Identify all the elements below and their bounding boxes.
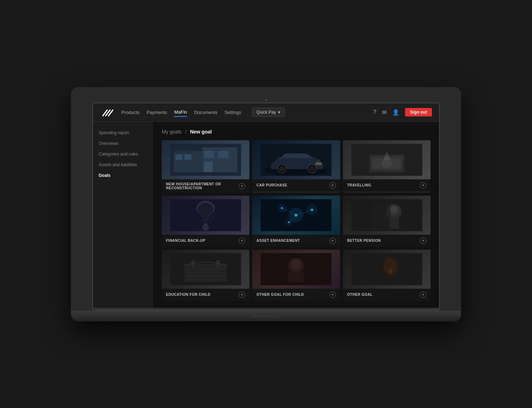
goal-label-4: Asset Enhancement	[256, 239, 300, 243]
svg-rect-8	[184, 154, 192, 160]
svg-rect-59	[216, 260, 220, 267]
content-area: Spending report Overviews Categories and…	[93, 122, 439, 308]
svg-rect-51	[372, 203, 390, 231]
goal-card-6[interactable]: Education For Child+	[162, 250, 249, 301]
goal-add-icon-6[interactable]: +	[239, 292, 245, 298]
nav-settings[interactable]: Settings	[225, 108, 241, 116]
svg-point-25	[381, 159, 392, 168]
top-navigation: Products Payments MaFin Documents Settin…	[93, 103, 439, 122]
help-icon[interactable]: ?	[373, 109, 376, 115]
main-content: My goals / New goal New House/Apartment …	[153, 122, 439, 308]
svg-point-45	[288, 221, 290, 223]
goal-add-icon-3[interactable]: +	[239, 238, 245, 244]
svg-point-42	[295, 214, 298, 217]
goal-label-3: Financial Back-Up	[166, 239, 205, 243]
chevron-down-icon: ▾	[278, 110, 280, 115]
svg-rect-20	[317, 159, 320, 162]
svg-rect-69	[388, 275, 393, 279]
breadcrumb: My goals / New goal	[162, 129, 431, 135]
goal-card-0[interactable]: New House/Apartment or Reconstruction+	[162, 140, 249, 193]
goal-card-4[interactable]: Asset Enhancement+	[252, 196, 340, 247]
svg-rect-58	[192, 260, 195, 267]
nav-icon-group: ? ✉ 👤 Sign out	[373, 108, 432, 116]
sidebar: Spending report Overviews Categories and…	[93, 122, 153, 308]
goal-add-icon-5[interactable]: +	[420, 238, 426, 244]
breadcrumb-parent[interactable]: My goals	[162, 129, 182, 135]
goal-card-8[interactable]: Other Goal+	[343, 250, 431, 301]
goal-add-icon-7[interactable]: +	[329, 292, 336, 298]
laptop-screen: Products Payments MaFin Documents Settin…	[92, 103, 440, 311]
svg-point-73	[388, 268, 392, 274]
goal-label-7: Other Goal For Child	[256, 293, 304, 297]
goal-label-1: Car Purchase	[256, 183, 287, 187]
goal-add-icon-4[interactable]: +	[329, 238, 336, 244]
user-icon[interactable]: 👤	[392, 109, 399, 116]
goal-add-icon-2[interactable]: +	[420, 182, 426, 189]
laptop-base	[71, 311, 461, 321]
goal-label-5: Better Pension	[347, 239, 381, 243]
goal-label-0: New House/Apartment or Reconstruction	[166, 182, 239, 190]
nav-mafin[interactable]: MaFin	[174, 108, 187, 117]
svg-rect-5	[174, 151, 202, 172]
svg-rect-19	[316, 162, 322, 165]
nav-payments[interactable]: Payments	[146, 108, 167, 116]
goal-label-8: Other Goal	[347, 293, 373, 297]
nav-documents[interactable]: Documents	[194, 108, 217, 116]
sidebar-item-goals[interactable]: Goals	[93, 170, 153, 181]
sidebar-item-categories[interactable]: Categories and rules	[93, 149, 153, 159]
nav-links: Products Payments MaFin Documents Settin…	[121, 108, 373, 117]
svg-point-49	[390, 206, 397, 213]
laptop-frame: Products Payments MaFin Documents Settin…	[71, 87, 461, 321]
nav-products[interactable]: Products	[121, 108, 139, 116]
svg-point-43	[281, 207, 283, 209]
goal-label-2: Travelling	[347, 183, 371, 187]
breadcrumb-separator: /	[185, 129, 187, 135]
goal-card-5[interactable]: Better Pension+	[343, 196, 431, 247]
breadcrumb-current: New goal	[190, 129, 212, 135]
sidebar-item-overviews[interactable]: Overviews	[93, 138, 153, 149]
quick-pay-button[interactable]: Quick Pay ▾	[252, 108, 285, 117]
svg-rect-10	[218, 151, 229, 158]
mail-icon[interactable]: ✉	[382, 109, 387, 116]
goal-add-icon-1[interactable]: +	[329, 182, 336, 189]
svg-rect-64	[288, 271, 304, 283]
svg-rect-9	[204, 151, 215, 158]
svg-point-44	[311, 208, 313, 211]
app: Products Payments MaFin Documents Settin…	[93, 103, 439, 308]
svg-rect-11	[204, 162, 213, 172]
laptop-notch	[252, 315, 280, 317]
goal-card-2[interactable]: Travelling+	[343, 140, 431, 193]
goal-add-icon-0[interactable]: +	[239, 183, 245, 189]
goal-card-3[interactable]: Financial Back-Up+	[162, 196, 249, 247]
goal-card-7[interactable]: Other Goal For Child+	[252, 250, 340, 301]
svg-rect-50	[389, 216, 399, 229]
svg-point-18	[310, 167, 314, 171]
logo[interactable]	[100, 106, 113, 119]
goal-label-6: Education For Child	[166, 293, 210, 297]
svg-rect-7	[176, 154, 183, 160]
goal-add-icon-8[interactable]: +	[420, 292, 426, 298]
svg-point-28	[198, 203, 214, 215]
svg-point-63	[293, 260, 299, 266]
sidebar-item-spending-report[interactable]: Spending report	[93, 127, 153, 138]
sidebar-item-assets[interactable]: Assets and liabilities	[93, 159, 153, 170]
screen-bottom-bar	[93, 308, 439, 310]
svg-point-16	[280, 167, 284, 171]
svg-point-29	[203, 225, 209, 230]
svg-point-65	[287, 282, 305, 285]
sign-out-button[interactable]: Sign out	[405, 108, 432, 116]
goals-grid: New House/Apartment or Reconstruction+ C…	[162, 140, 431, 301]
goal-card-1[interactable]: Car Purchase+	[252, 140, 340, 193]
